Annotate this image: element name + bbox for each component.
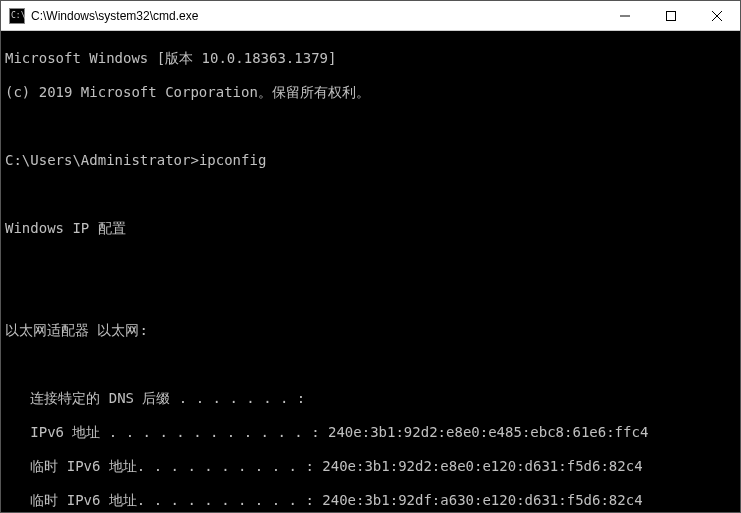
adapter-title: 以太网适配器 以太网:	[5, 322, 736, 339]
window-titlebar: C:\ C:\Windows\system32\cmd.exe	[1, 1, 740, 31]
prompt-path: C:\Users\Administrator>	[5, 152, 199, 168]
cmd-icon: C:\	[9, 8, 25, 24]
minimize-icon	[620, 11, 630, 21]
config-row: 连接特定的 DNS 后缀 . . . . . . . :	[5, 390, 736, 407]
blank-line	[5, 186, 736, 203]
typed-command: ipconfig	[199, 152, 266, 168]
banner-line: (c) 2019 Microsoft Corporation。保留所有权利。	[5, 84, 736, 101]
terminal-output[interactable]: Microsoft Windows [版本 10.0.18363.1379] (…	[1, 31, 740, 512]
config-row: IPv6 地址 . . . . . . . . . . . . : 240e:3…	[5, 424, 736, 441]
maximize-icon	[666, 11, 676, 21]
svg-rect-1	[667, 11, 676, 20]
close-button[interactable]	[694, 1, 740, 31]
blank-line	[5, 118, 736, 135]
config-label: IPv6 地址 . . . . . . . . . . . . :	[5, 424, 328, 440]
minimize-button[interactable]	[602, 1, 648, 31]
blank-line	[5, 254, 736, 271]
config-row: 临时 IPv6 地址. . . . . . . . . . : 240e:3b1…	[5, 492, 736, 509]
config-value: 240e:3b1:92d2:e8e0:e120:d631:f5d6:82c4	[322, 458, 642, 474]
close-icon	[712, 11, 722, 21]
config-row: 临时 IPv6 地址. . . . . . . . . . : 240e:3b1…	[5, 458, 736, 475]
config-label: 连接特定的 DNS 后缀 . . . . . . . :	[5, 390, 305, 406]
config-label: 临时 IPv6 地址. . . . . . . . . . :	[5, 492, 322, 508]
config-value: 240e:3b1:92d2:e8e0:e485:ebc8:61e6:ffc4	[328, 424, 648, 440]
section-header: Windows IP 配置	[5, 220, 736, 237]
blank-line	[5, 288, 736, 305]
window-title: C:\Windows\system32\cmd.exe	[31, 9, 602, 23]
maximize-button[interactable]	[648, 1, 694, 31]
banner-line: Microsoft Windows [版本 10.0.18363.1379]	[5, 50, 736, 67]
config-value: 240e:3b1:92df:a630:e120:d631:f5d6:82c4	[322, 492, 642, 508]
config-label: 临时 IPv6 地址. . . . . . . . . . :	[5, 458, 322, 474]
prompt-line: C:\Users\Administrator>ipconfig	[5, 152, 736, 169]
blank-line	[5, 356, 736, 373]
